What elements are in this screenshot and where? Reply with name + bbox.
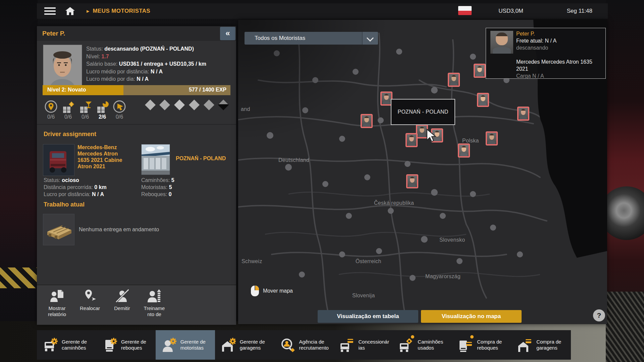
action-label: Realocar — [74, 305, 106, 311]
move-map-hint: Mover mapa — [251, 286, 293, 296]
driver-filter-dropdown[interactable]: Todos os Motoristas — [245, 32, 378, 45]
adr-flammable-solid-icon — [174, 100, 185, 110]
country-label: Deutschland — [278, 157, 309, 163]
garage-card-icon — [517, 337, 532, 353]
eco-cursor-icon — [113, 100, 126, 113]
menu-icon[interactable] — [44, 7, 56, 15]
garage-name[interactable]: POZNAŃ - POLAND — [176, 156, 226, 162]
relocate-button[interactable]: Realocar — [74, 289, 106, 311]
status-label: Status: — [86, 46, 103, 52]
garage-trucks-value: 5 — [171, 177, 174, 183]
profit-day-label: Lucro médio por dia: — [86, 76, 135, 82]
home-icon[interactable] — [65, 7, 75, 15]
trailer-card-icon — [458, 337, 473, 353]
cargo-thumbnail — [43, 214, 74, 245]
game-time: Seg 11:48 — [567, 8, 592, 14]
skill-eco: 0/6 — [113, 100, 126, 120]
used-truck-tag-icon — [398, 337, 414, 353]
bottom-nav-bar: Gerente de caminhões Gerente de reboques… — [37, 330, 571, 360]
mouse-icon — [251, 286, 259, 296]
salary-value: USD361 / entrega + USD10,35 / km — [119, 61, 206, 67]
training-button[interactable]: Treinamento de — [138, 289, 170, 317]
driver-map-icon[interactable] — [517, 107, 529, 121]
truck-thumbnail[interactable] — [43, 144, 74, 176]
garage-gear-icon — [220, 337, 236, 353]
map-view-button[interactable]: Visualização no mapa — [421, 310, 522, 323]
card-truck: Mercedes Mercedes Atron 1635 2021 — [516, 58, 602, 72]
garage-drivers-label: Motoristas: — [141, 184, 167, 190]
status-value: descansando (POZNAŃ - POLAND) — [104, 46, 194, 52]
card-driver-name: Peter P. — [516, 30, 602, 37]
nav-label: Compra de reboques — [477, 339, 508, 351]
nav-label: Caminhões usados — [418, 339, 448, 351]
mouse-cursor — [426, 129, 437, 143]
driver-map-icon[interactable] — [406, 133, 418, 147]
profit-day-value: N / A — [137, 76, 149, 82]
current-job-title: Trabalho atual — [44, 201, 85, 208]
show-report-button[interactable]: Mostrar relatório — [41, 289, 73, 317]
nav-used-trucks[interactable]: Caminhões usados — [393, 330, 452, 360]
garage-thumbnail[interactable] — [141, 144, 170, 175]
driver-map-icon[interactable] — [406, 174, 418, 188]
driver-map-icon[interactable] — [477, 93, 489, 107]
nav-garage-manager[interactable]: Gerente de garagens — [215, 330, 274, 360]
help-button[interactable]: ? — [593, 309, 605, 321]
dealer-truck-card-icon — [339, 337, 354, 353]
dismiss-button[interactable]: Demitir — [106, 289, 138, 311]
adr-oxidizer-icon — [189, 100, 200, 110]
profit-label: Lucro por distância: — [44, 191, 91, 197]
xp-level-label: Nível 2: Novato — [47, 87, 86, 93]
city-tooltip: POZNAŃ - POLAND — [391, 99, 455, 125]
action-label: Demitir — [106, 305, 138, 311]
salary-label: Salário base: — [86, 61, 117, 67]
nav-label: Gerente de caminhões — [62, 339, 93, 351]
collapse-panel-button[interactable]: « — [220, 27, 235, 40]
truck-stats: Status: ocioso Distância percorrida: 0 k… — [44, 177, 107, 198]
profit-distance-label: Lucro médio por distância: — [86, 69, 149, 74]
action-label: Treinamento de — [143, 305, 166, 317]
driver-action-bar: Mostrar relatório Realocar Demitir — [37, 285, 236, 325]
garage-trailers-value: 0 — [169, 191, 172, 197]
country-label: Magyarország — [425, 274, 461, 280]
driver-map-icon[interactable] — [486, 131, 498, 145]
driver-map-icon[interactable] — [448, 73, 460, 87]
driver-name: Peter P. — [42, 30, 65, 37]
country-label: Slovenija — [352, 293, 375, 299]
nav-truck-manager[interactable]: Gerente de caminhões — [37, 330, 96, 360]
skill-value: 2/6 — [96, 114, 109, 120]
poland-flag-icon — [458, 6, 472, 15]
world-map[interactable]: and Deutschland Polska Česká republika S… — [238, 20, 607, 324]
nav-trailer-manager[interactable]: Gerente de reboques — [96, 330, 156, 360]
nav-trailer-purchase[interactable]: Compra de reboques — [452, 330, 512, 360]
adr-explosives-icon — [145, 100, 156, 110]
country-label: Österreich — [356, 258, 381, 264]
nav-driver-manager[interactable]: Gerente de motoristas — [156, 330, 215, 360]
no-delivery-message: Nenhuma entrega em andamento — [79, 227, 159, 233]
dismiss-icon — [115, 289, 129, 303]
top-bar: ▶ MEUS MOTORISTAS USD3,0M Seg 11:48 — [37, 3, 608, 19]
level-label: Nível: — [86, 54, 100, 59]
distance-value: 0 km — [94, 184, 106, 190]
driver-map-icon[interactable] — [458, 143, 470, 158]
driver-map-icon[interactable] — [474, 64, 486, 78]
dropdown-button[interactable] — [362, 32, 378, 45]
profit-value: N / A — [92, 191, 104, 197]
breadcrumb-arrow-icon: ▶ — [87, 9, 89, 13]
assigned-truck-name[interactable]: Mercedes-Benz Mercedes Atron 1635 2021 C… — [77, 144, 128, 170]
nav-label: Concessionárias — [358, 339, 389, 351]
garage-drivers-value: 5 — [169, 184, 172, 190]
driver-gear-icon — [161, 337, 176, 353]
skill-value: 0/6 — [44, 114, 58, 120]
table-view-button[interactable]: Visualização em tabela — [318, 310, 418, 323]
skill-high-value: 0/6 — [61, 100, 75, 120]
fragile-glass-icon — [78, 100, 92, 113]
driver-map-icon[interactable] — [361, 114, 373, 128]
move-map-label: Mover mapa — [263, 288, 293, 294]
nav-dealers[interactable]: Concessionárias — [333, 330, 393, 360]
nav-recruitment-agency[interactable]: Agência de recrutamento — [274, 330, 334, 360]
long-distance-pin-icon — [44, 100, 58, 113]
xp-progress-label: 577 / 1400 EXP — [189, 87, 226, 93]
nav-garage-purchase[interactable]: Compra de garagens — [512, 330, 571, 360]
country-label: and — [241, 106, 250, 112]
nav-label: Compra de garagens — [536, 339, 567, 351]
